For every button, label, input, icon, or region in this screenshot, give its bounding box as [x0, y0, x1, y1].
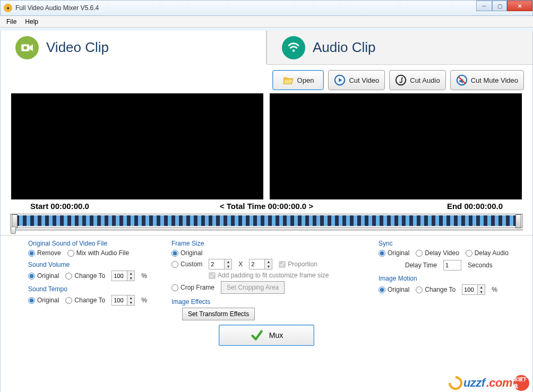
tempo-spinner[interactable]: ▲▼	[111, 295, 135, 306]
range-selector[interactable]	[10, 214, 523, 228]
preview-left	[11, 93, 263, 199]
group-label: Original Sound of Video File	[28, 240, 166, 247]
cut-mute-video-button[interactable]: Cut Mute Video	[450, 70, 524, 90]
video-camera-icon	[15, 36, 39, 59]
watermark: uzzf.com 东坡下载	[449, 375, 529, 391]
app-icon: ✦	[4, 4, 12, 12]
tab-video-clip[interactable]: Video Clip	[1, 31, 266, 64]
radio-tempo-change[interactable]: Change To	[65, 297, 105, 304]
client-area: Video Clip Audio Clip Open Cut Video Cut…	[0, 31, 533, 392]
frame-size-group: Frame Size Original Custom ▲▼ X ▲▼ Propo…	[171, 240, 352, 294]
button-label: Cut Video	[349, 76, 379, 84]
motion-spinner[interactable]: ▲▼	[462, 284, 485, 295]
watermark-badge: 东坡下载	[513, 375, 529, 391]
radio-volume-change[interactable]: Change To	[65, 272, 105, 280]
sync-group: Sync Original Delay Video Delay Audio De…	[379, 240, 526, 271]
maximize-button[interactable]: ▢	[492, 1, 507, 11]
group-label: Image Effects	[171, 298, 352, 306]
open-button[interactable]: Open	[272, 70, 324, 90]
minimize-button[interactable]: ─	[476, 1, 492, 11]
play-circle-icon	[334, 74, 346, 86]
svg-point-4	[396, 75, 406, 85]
window-title: Full Video Audio Mixer V5.6.4	[15, 4, 99, 12]
image-motion-group: Image Motion Original Change To ▲▼ %	[379, 275, 526, 295]
radio-delay-audio[interactable]: Delay Audio	[466, 249, 509, 257]
divider	[1, 235, 532, 236]
frame-height-spinner[interactable]: ▲▼	[249, 259, 272, 269]
folder-open-icon	[282, 74, 294, 86]
menu-bar: File Help	[0, 16, 533, 28]
set-transform-effects-button[interactable]: Set Transform Effects	[182, 308, 255, 320]
svg-point-2	[293, 49, 295, 51]
tab-audio-clip[interactable]: Audio Clip	[266, 31, 532, 65]
range-handle-end[interactable]	[515, 214, 521, 228]
proportion-checkbox[interactable]: Proportion	[279, 260, 317, 268]
radio-motion-original[interactable]: Original	[379, 286, 409, 293]
radio-mix-with-audio[interactable]: Mix with Audio File	[67, 249, 129, 257]
end-time-label: End 00:00:00.0	[385, 202, 503, 211]
radio-remove[interactable]: Remove	[28, 249, 61, 257]
seek-slider[interactable]	[10, 229, 523, 231]
seconds-label: Seconds	[468, 262, 493, 269]
preview-row	[1, 93, 532, 199]
menu-help[interactable]: Help	[21, 17, 42, 27]
percent-label: %	[492, 286, 497, 293]
close-button[interactable]: ✕	[507, 1, 532, 11]
button-label: Mux	[269, 331, 283, 339]
group-label: Sync	[379, 240, 526, 247]
seek-thumb[interactable]	[11, 227, 16, 234]
radio-frame-original[interactable]: Original	[171, 249, 202, 257]
sound-tempo-group: Sound Tempo Original Change To ▲▼ %	[28, 285, 166, 306]
group-label: Sound Volume	[28, 261, 166, 268]
cut-video-button[interactable]: Cut Video	[328, 70, 385, 90]
x-label: X	[238, 260, 243, 268]
menu-file[interactable]: File	[2, 17, 21, 27]
radio-volume-original[interactable]: Original	[28, 272, 59, 280]
group-label: Frame Size	[171, 240, 352, 247]
button-label: Cut Audio	[410, 76, 440, 84]
button-label: Cut Mute Video	[471, 76, 518, 84]
group-label: Sound Tempo	[28, 285, 166, 293]
padding-checkbox[interactable]: Add padding to fit customize frame size	[209, 272, 329, 279]
frame-width-spinner[interactable]: ▲▼	[209, 259, 232, 269]
radio-sync-original[interactable]: Original	[379, 249, 409, 257]
start-time-label: Start 00:00:00.0	[30, 202, 149, 211]
delay-time-input[interactable]	[443, 260, 461, 271]
button-label: Open	[297, 76, 314, 84]
check-icon	[250, 328, 264, 342]
time-labels: Start 00:00:00.0 < Total Time 00:00:00.0…	[1, 199, 532, 212]
mute-circle-icon	[456, 74, 468, 86]
radio-delay-video[interactable]: Delay Video	[416, 249, 459, 257]
percent-label: %	[141, 297, 147, 304]
preview-right	[270, 93, 522, 199]
radio-frame-custom[interactable]: Custom	[171, 260, 202, 268]
toolbar: Open Cut Video Cut Audio Cut Mute Video	[1, 65, 532, 93]
svg-point-1	[24, 46, 28, 49]
options-panel: Original Sound of Video File Remove Mix …	[1, 239, 532, 324]
mux-button[interactable]: Mux	[219, 325, 314, 346]
sound-volume-group: Sound Volume Original Change To ▲▼ %	[28, 261, 166, 281]
watermark-logo-icon	[445, 373, 465, 392]
cut-audio-button[interactable]: Cut Audio	[389, 70, 445, 90]
radio-tempo-original[interactable]: Original	[28, 297, 59, 304]
image-effects-group: Image Effects Set Transform Effects	[171, 298, 352, 320]
volume-spinner[interactable]: ▲▼	[111, 271, 135, 281]
total-time-label: < Total Time 00:00:00.0 >	[149, 202, 385, 211]
window-titlebar: ✦ Full Video Audio Mixer V5.6.4 ─ ▢ ✕	[0, 0, 533, 16]
tab-label: Video Clip	[46, 39, 109, 56]
tab-label: Audio Clip	[313, 39, 376, 56]
wifi-icon	[282, 36, 305, 59]
set-cropping-area-button[interactable]: Set Cropping Area	[221, 281, 285, 294]
original-sound-group: Original Sound of Video File Remove Mix …	[28, 240, 166, 257]
note-circle-icon	[395, 74, 407, 86]
group-label: Image Motion	[379, 275, 526, 282]
percent-label: %	[141, 272, 147, 280]
tab-strip: Video Clip Audio Clip	[1, 31, 532, 65]
radio-motion-change[interactable]: Change To	[416, 286, 455, 293]
radio-crop-frame[interactable]: Crop Frame	[171, 284, 214, 291]
delay-time-label: Delay Time	[405, 262, 437, 269]
